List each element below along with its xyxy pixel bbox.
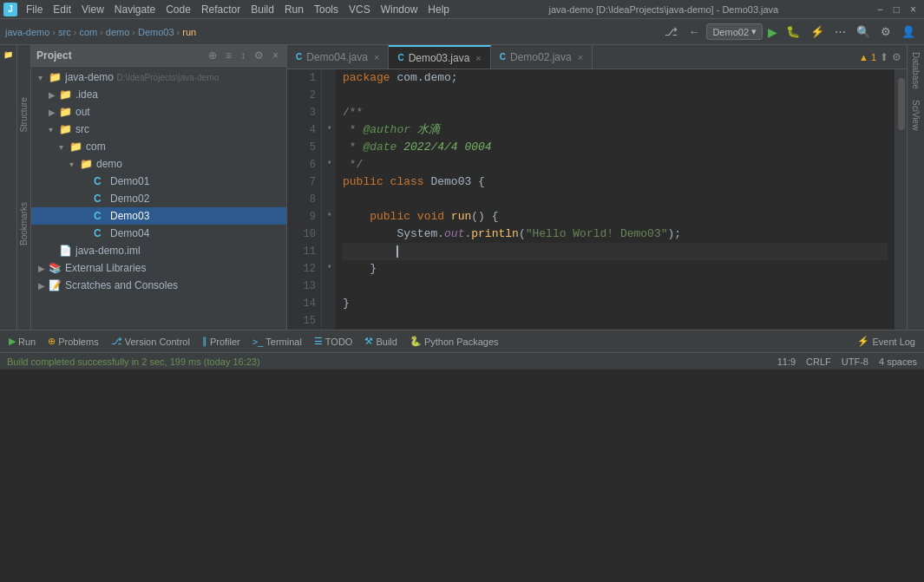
tree-item-idea[interactable]: ▶ 📁 .idea (31, 86, 286, 103)
tree-item-java-demo[interactable]: ▾ 📁 java-demo D:\IdeaProjects\java-demo (31, 69, 286, 86)
warning-indicator[interactable]: ▲ 1 (859, 52, 876, 62)
search-everywhere[interactable]: 🔍 (853, 23, 874, 40)
build-button[interactable]: ⚒ Build (359, 334, 402, 349)
window-title: java-demo [D:\IdeaProjects\java-demo] - … (455, 4, 873, 15)
left-panel-labels: Structure Bookmarks (17, 45, 31, 330)
database-panel-label[interactable]: Database (909, 49, 922, 93)
menu-tools[interactable]: Tools (309, 0, 344, 18)
editor-area: C Demo04.java × C Demo03.java × C Demo02… (287, 45, 907, 330)
tree-item-iml[interactable]: 📄 java-demo.iml (31, 242, 286, 259)
menu-help[interactable]: Help (423, 0, 455, 18)
breadcrumb-demo03[interactable]: Demo03 (138, 27, 174, 37)
tab-demo03[interactable]: C Demo03.java × (389, 45, 490, 69)
bookmarks-panel-label[interactable]: Bookmarks (19, 202, 29, 245)
tree-item-com[interactable]: ▾ 📁 com (31, 138, 286, 155)
problems-icon: ⊕ (48, 336, 56, 347)
tree-item-demo04[interactable]: C Demo04 (31, 225, 286, 242)
structure-panel-label[interactable]: Structure (19, 97, 29, 133)
debug-button[interactable]: 🐛 (783, 23, 803, 40)
coverage-button[interactable]: ⚡ (807, 23, 828, 40)
tree-item-src[interactable]: ▾ 📁 src (31, 121, 286, 138)
main-area: 📁 Structure Bookmarks Project ⊕ ≡ ↕ ⚙ × … (0, 45, 924, 330)
menu-navigate[interactable]: Navigate (109, 0, 161, 18)
close-button[interactable]: × (906, 3, 921, 16)
run-button[interactable]: ▶ (766, 23, 779, 41)
status-indent[interactable]: 4 spaces (879, 356, 917, 367)
tree-item-out[interactable]: ▶ 📁 out (31, 103, 286, 121)
user-icon[interactable]: 👤 (898, 23, 919, 40)
code-editor[interactable]: package com.demo; /** * @author 水滴 * @da… (336, 69, 895, 330)
code-line-15 (343, 312, 888, 330)
tab-close-demo02[interactable]: × (578, 52, 583, 62)
project-close-icon[interactable]: × (270, 49, 281, 62)
menu-edit[interactable]: Edit (48, 0, 76, 18)
event-log-button[interactable]: ⚡ Event Log (852, 334, 921, 349)
breadcrumb-src[interactable]: src (58, 27, 71, 37)
run-tool-button[interactable]: ▶ Run (3, 334, 41, 349)
project-settings-icon[interactable]: ⚙ (252, 49, 266, 62)
status-right: 11:9 CRLF UTF-8 4 spaces (777, 356, 917, 367)
tree-label-com: com (86, 141, 106, 153)
tab-demo04[interactable]: C Demo04.java × (287, 45, 389, 69)
menu-build[interactable]: Build (246, 0, 279, 18)
project-sort-icon[interactable]: ↕ (238, 49, 248, 62)
menu-code[interactable]: Code (161, 0, 196, 18)
settings-icon[interactable]: ⚙ (877, 23, 895, 40)
expand-editor-icon[interactable]: ⬆ (880, 51, 888, 63)
tree-label-demo: demo (96, 158, 122, 170)
tree-item-demo[interactable]: ▾ 📁 demo (31, 155, 286, 173)
status-line-ending[interactable]: CRLF (806, 356, 831, 367)
tab-icon-demo03: C (397, 53, 403, 62)
profiler-button[interactable]: ∥ Profiler (197, 334, 246, 349)
arrow-com: ▾ (59, 142, 69, 152)
run-config-selector[interactable]: Demo02 ▾ (706, 23, 763, 40)
tab-label-demo04: Demo04.java (306, 51, 368, 63)
more-actions[interactable]: ⋯ (831, 23, 849, 40)
tab-close-demo03[interactable]: × (475, 53, 481, 63)
breadcrumb-com[interactable]: com (79, 27, 97, 37)
tree-item-demo01[interactable]: C Demo01 (31, 173, 286, 190)
gutter-fold-6[interactable]: ⬧ (324, 156, 334, 167)
sciview-panel-label[interactable]: SciView (909, 96, 922, 134)
tree-item-scratches[interactable]: ▶ 📝 Scratches and Consoles (31, 277, 286, 294)
menu-file[interactable]: File (21, 0, 48, 18)
menu-window[interactable]: Window (376, 0, 423, 18)
project-panel-toggle[interactable]: 📁 (2, 49, 16, 61)
project-add-icon[interactable]: ⊕ (206, 49, 220, 62)
tree-item-demo03[interactable]: C Demo03 (31, 207, 286, 225)
vcs-icon[interactable]: ⎇ (661, 23, 681, 40)
menu-vcs[interactable]: VCS (344, 0, 376, 18)
problems-tool-button[interactable]: ⊕ Problems (43, 334, 103, 349)
breadcrumb-project[interactable]: java-demo (5, 27, 49, 37)
right-side-panels: Database SciView (907, 45, 924, 330)
menu-view[interactable]: View (76, 0, 109, 18)
maximize-button[interactable]: □ (889, 3, 904, 16)
tab-options-icon[interactable]: ⚙ (892, 51, 901, 63)
gutter-fold-9[interactable]: ⬧ (324, 208, 334, 219)
breadcrumb-demo[interactable]: demo (106, 27, 130, 37)
tree-item-demo02[interactable]: C Demo02 (31, 190, 286, 207)
tree-item-external-libraries[interactable]: ▶ 📚 External Libraries (31, 259, 286, 277)
status-encoding[interactable]: UTF-8 (842, 356, 868, 367)
java-icon-demo03: C (94, 210, 108, 222)
folder-icon-out: 📁 (59, 106, 73, 118)
minimize-button[interactable]: − (873, 3, 888, 16)
gutter-fold-3[interactable]: ⬧ (324, 121, 334, 132)
breadcrumb-run[interactable]: run (182, 27, 196, 37)
project-list-icon[interactable]: ≡ (223, 49, 234, 62)
status-position[interactable]: 11:9 (777, 356, 796, 367)
tab-label-demo02: Demo02.java (510, 51, 572, 63)
scratch-icon: 📝 (49, 279, 62, 291)
menu-run[interactable]: Run (279, 0, 309, 18)
back-icon[interactable]: ← (685, 23, 703, 40)
gutter-fold-12[interactable]: ⬧ (324, 260, 334, 271)
terminal-button[interactable]: >_ Terminal (247, 335, 307, 349)
tab-demo02[interactable]: C Demo02.java × (491, 45, 593, 69)
todo-button[interactable]: ☰ TODO (309, 334, 358, 349)
menu-refactor[interactable]: Refactor (196, 0, 246, 18)
version-control-button[interactable]: ⎇ Version Control (106, 334, 195, 349)
scrollbar[interactable] (898, 78, 905, 130)
tree-label-demo03: Demo03 (110, 210, 149, 222)
python-packages-button[interactable]: 🐍 Python Packages (404, 334, 504, 349)
tab-close-demo04[interactable]: × (374, 52, 379, 62)
